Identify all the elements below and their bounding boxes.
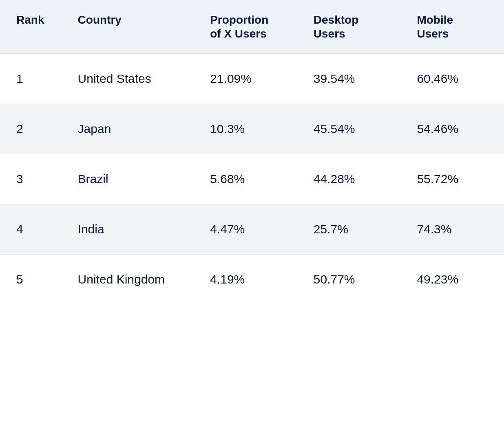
table-row: 2Japan10.3%45.54%54.46% <box>0 104 504 154</box>
cell-proportion: 4.19% <box>194 255 297 305</box>
cell-rank: 1 <box>0 54 62 104</box>
cell-mobile: 54.46% <box>400 104 504 154</box>
cell-proportion: 10.3% <box>194 104 297 154</box>
header-proportion: Proportion of X Users <box>194 0 297 54</box>
table-header-row: Rank Country Proportion of X Users Deskt… <box>0 0 504 54</box>
cell-proportion: 4.47% <box>194 204 297 255</box>
header-country: Country <box>62 0 194 54</box>
cell-country: United States <box>62 54 194 104</box>
cell-rank: 5 <box>0 255 62 305</box>
cell-desktop: 45.54% <box>297 104 401 154</box>
table-row: 3Brazil5.68%44.28%55.72% <box>0 154 504 204</box>
header-rank: Rank <box>0 0 62 54</box>
cell-desktop: 50.77% <box>297 255 401 305</box>
cell-rank: 2 <box>0 104 62 154</box>
cell-proportion: 21.09% <box>194 54 297 104</box>
stats-table: Rank Country Proportion of X Users Deskt… <box>0 0 504 304</box>
cell-country: India <box>62 204 194 255</box>
header-mobile: Mobile Users <box>400 0 504 54</box>
cell-proportion: 5.68% <box>194 154 297 204</box>
cell-desktop: 25.7% <box>297 204 401 255</box>
cell-country: United Kingdom <box>62 255 194 305</box>
cell-mobile: 55.72% <box>400 154 504 204</box>
cell-rank: 4 <box>0 204 62 255</box>
cell-country: Brazil <box>62 154 194 204</box>
cell-mobile: 49.23% <box>400 255 504 305</box>
cell-mobile: 74.3% <box>400 204 504 255</box>
table-row: 4India4.47%25.7%74.3% <box>0 204 504 255</box>
cell-country: Japan <box>62 104 194 154</box>
table-row: 5United Kingdom4.19%50.77%49.23% <box>0 255 504 305</box>
header-desktop: Desktop Users <box>297 0 401 54</box>
cell-desktop: 44.28% <box>297 154 401 204</box>
table-row: 1United States21.09%39.54%60.46% <box>0 54 504 104</box>
cell-mobile: 60.46% <box>400 54 504 104</box>
cell-desktop: 39.54% <box>297 54 401 104</box>
data-table-container: Rank Country Proportion of X Users Deskt… <box>0 0 504 304</box>
cell-rank: 3 <box>0 154 62 204</box>
